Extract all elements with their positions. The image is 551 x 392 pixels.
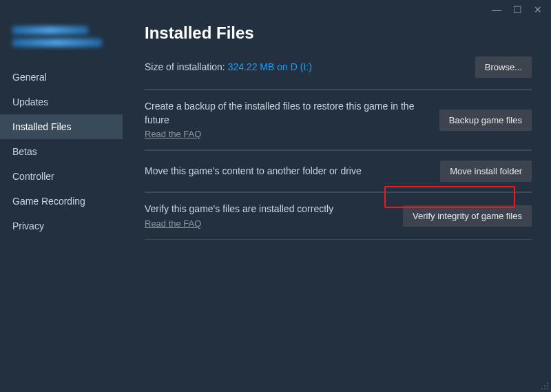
sidebar-item-general[interactable]: General (0, 65, 123, 90)
move-install-folder-button[interactable]: Move install folder (440, 161, 532, 182)
move-description: Move this game's content to another fold… (145, 165, 429, 178)
sidebar-item-label: General (12, 72, 47, 83)
verify-integrity-button[interactable]: Verify integrity of game files (403, 205, 532, 227)
minimize-icon: — (492, 4, 501, 15)
verify-faq-link[interactable]: Read the FAQ (145, 218, 201, 229)
sidebar-item-betas[interactable]: Betas (0, 139, 123, 164)
main-panel: Installed Files Size of installation: 32… (123, 19, 551, 392)
redacted-game-title-line (12, 26, 88, 34)
backup-row: Create a backup of the installed files t… (145, 90, 532, 149)
properties-window: — ☐ ✕ General Updates Installed Files Be… (0, 0, 551, 392)
sidebar-item-controller[interactable]: Controller (0, 164, 123, 189)
sidebar: General Updates Installed Files Betas Co… (0, 19, 123, 392)
install-size-row: Size of installation: 324.22 MB on D (I:… (145, 56, 532, 89)
divider (145, 239, 532, 240)
maximize-icon: ☐ (513, 4, 522, 15)
close-icon: ✕ (534, 4, 542, 15)
sidebar-item-label: Installed Files (12, 121, 72, 132)
sidebar-item-label: Betas (12, 146, 37, 157)
sidebar-item-game-recording[interactable]: Game Recording (0, 189, 123, 214)
sidebar-item-installed-files[interactable]: Installed Files (0, 114, 123, 139)
redacted-game-title-line (12, 39, 102, 47)
window-titlebar: — ☐ ✕ (0, 0, 551, 19)
minimize-button[interactable]: — (488, 3, 506, 17)
window-body: General Updates Installed Files Betas Co… (0, 19, 551, 392)
page-title: Installed Files (145, 23, 532, 43)
backup-description: Create a backup of the installed files t… (145, 100, 428, 127)
move-row: Move this game's content to another fold… (145, 150, 532, 192)
install-size-label: Size of installation: (145, 61, 228, 72)
sidebar-item-label: Privacy (12, 220, 44, 231)
sidebar-item-privacy[interactable]: Privacy (0, 214, 123, 238)
maximize-button[interactable]: ☐ (508, 3, 526, 17)
game-title-header (0, 22, 123, 65)
browse-button[interactable]: Browse... (475, 56, 532, 78)
verify-row: Verify this game's files are installed c… (145, 192, 532, 239)
sidebar-item-label: Game Recording (12, 196, 85, 207)
backup-faq-link[interactable]: Read the FAQ (145, 129, 201, 139)
resize-grip-icon[interactable] (540, 381, 548, 389)
sidebar-item-label: Controller (12, 171, 54, 182)
close-button[interactable]: ✕ (529, 3, 547, 17)
verify-description: Verify this game's files are installed c… (145, 203, 392, 216)
backup-game-files-button[interactable]: Backup game files (439, 110, 532, 131)
sidebar-item-label: Updates (12, 96, 48, 107)
install-size-value: 324.22 MB on D (I:) (228, 61, 312, 72)
sidebar-item-updates[interactable]: Updates (0, 90, 123, 114)
